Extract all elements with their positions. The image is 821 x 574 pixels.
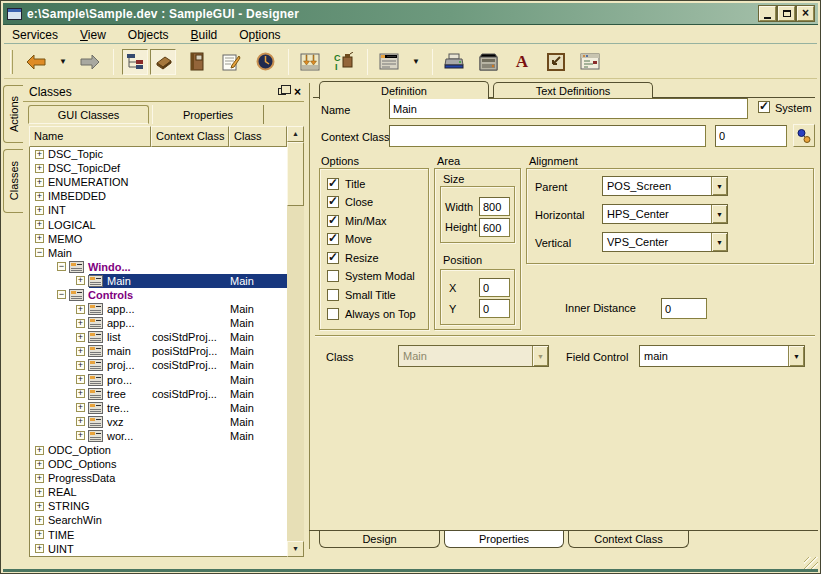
- tree-expander[interactable]: +: [76, 403, 85, 412]
- tab-properties[interactable]: Properties: [152, 105, 264, 124]
- tree-row[interactable]: +app...Main: [30, 302, 287, 316]
- context-count-input[interactable]: [715, 125, 787, 147]
- side-tab-actions[interactable]: Actions: [3, 85, 23, 143]
- tree-expander[interactable]: +: [76, 375, 85, 384]
- tree-row[interactable]: +proj...cosiStdProj...Main: [30, 358, 287, 372]
- tree-expander[interactable]: +: [35, 502, 44, 511]
- resize-checkbox[interactable]: [327, 252, 339, 264]
- tree-expander[interactable]: −: [57, 290, 66, 299]
- eraser-button[interactable]: [150, 49, 176, 75]
- tab-properties-bottom[interactable]: Properties: [444, 531, 564, 548]
- tree-expander[interactable]: +: [35, 544, 44, 553]
- tree-expander[interactable]: +: [35, 446, 44, 455]
- tab-context-class[interactable]: Context Class: [568, 531, 689, 548]
- compile-ci-button[interactable]: C I: [331, 49, 357, 75]
- tree-row[interactable]: +wor...Main: [30, 429, 287, 443]
- tree-row[interactable]: +MEMO: [30, 232, 287, 246]
- option-always-on-top[interactable]: Always on Top: [327, 307, 428, 320]
- column-header-name[interactable]: Name: [29, 126, 151, 147]
- tree-expander[interactable]: +: [35, 150, 44, 159]
- chevron-down-icon[interactable]: ▼: [711, 177, 727, 195]
- y-input[interactable]: [479, 299, 510, 318]
- side-tab-classes[interactable]: Classes: [3, 149, 23, 213]
- tree-expander[interactable]: +: [76, 276, 85, 285]
- always-on-top-checkbox[interactable]: [327, 308, 339, 320]
- minimize-button[interactable]: [759, 6, 776, 21]
- tree-row[interactable]: +DSC_TopicDef: [30, 161, 287, 175]
- tree-row[interactable]: +ODC_Options: [30, 457, 287, 471]
- tree-row[interactable]: +pro...Main: [30, 373, 287, 387]
- tree-row[interactable]: +tre...Main: [30, 401, 287, 415]
- vertical-select[interactable]: VPS_Center▼: [602, 232, 728, 252]
- height-input[interactable]: [479, 218, 510, 237]
- close-button[interactable]: ×: [797, 6, 814, 21]
- tree-expander[interactable]: −: [35, 248, 44, 257]
- tree-expander[interactable]: +: [35, 488, 44, 497]
- window-select-dropdown[interactable]: ▼: [410, 57, 422, 66]
- image-export-button[interactable]: [543, 49, 569, 75]
- tree-row[interactable]: +SearchWin: [30, 513, 287, 527]
- font-button[interactable]: A: [509, 49, 535, 75]
- tree-expander[interactable]: +: [76, 389, 85, 398]
- column-header-class[interactable]: Class: [229, 126, 287, 147]
- menu-build[interactable]: Build: [191, 28, 218, 42]
- tree-expander[interactable]: +: [35, 516, 44, 525]
- scrollbar-thumb[interactable]: [287, 142, 304, 206]
- move-checkbox[interactable]: [327, 233, 339, 245]
- library-button[interactable]: [184, 49, 210, 75]
- tree-row[interactable]: +listcosiStdProj...Main: [30, 330, 287, 344]
- edit-button[interactable]: [218, 49, 244, 75]
- tree-expander[interactable]: +: [35, 178, 44, 187]
- option-move[interactable]: Move: [327, 233, 428, 246]
- tree-row[interactable]: +vxzMain: [30, 415, 287, 429]
- toolbar-grip[interactable]: [10, 50, 13, 74]
- tree-row[interactable]: +ProgressData: [30, 471, 287, 485]
- dialog-preview-button[interactable]: [577, 49, 603, 75]
- scroll-up-button[interactable]: ▲: [287, 126, 304, 142]
- tree-expander[interactable]: +: [35, 192, 44, 201]
- close-checkbox[interactable]: [327, 196, 339, 208]
- tree-expander[interactable]: +: [35, 530, 44, 539]
- tree-row[interactable]: +treecosiStdProj...Main: [30, 387, 287, 401]
- option-minmax[interactable]: Min/Max: [327, 214, 428, 227]
- tree-row[interactable]: +ODC_Option: [30, 443, 287, 457]
- inner-distance-input[interactable]: [661, 298, 707, 319]
- tree-row[interactable]: +IMBEDDED: [30, 189, 287, 203]
- small-title-checkbox[interactable]: [327, 289, 339, 301]
- chevron-down-icon[interactable]: ▼: [711, 233, 727, 251]
- horizontal-select[interactable]: HPS_Center▼: [602, 204, 728, 224]
- menu-view[interactable]: View: [80, 28, 106, 42]
- tab-gui-classes[interactable]: GUI Classes: [28, 105, 149, 124]
- tree-row[interactable]: +ENUMERATION: [30, 175, 287, 189]
- tree-row[interactable]: +INT: [30, 203, 287, 217]
- import-rows-button[interactable]: [297, 49, 323, 75]
- title-checkbox[interactable]: [327, 178, 339, 190]
- scroll-down-button[interactable]: ▼: [287, 541, 304, 557]
- menu-objects[interactable]: Objects: [128, 28, 169, 42]
- tree-expander[interactable]: +: [76, 347, 85, 356]
- chevron-down-icon[interactable]: ▼: [788, 346, 804, 366]
- option-small-title[interactable]: Small Title: [327, 289, 428, 302]
- tab-design[interactable]: Design: [319, 531, 440, 548]
- context-class-input[interactable]: [389, 125, 706, 147]
- tree-row[interactable]: +app...Main: [30, 316, 287, 330]
- close-panel-button[interactable]: ×: [291, 85, 304, 98]
- tree-row[interactable]: +LOGICAL: [30, 217, 287, 231]
- class-hierarchy-button[interactable]: [122, 49, 148, 75]
- option-title[interactable]: Title: [327, 177, 428, 190]
- tree-expander[interactable]: +: [76, 361, 85, 370]
- tree-expander[interactable]: +: [35, 220, 44, 229]
- clock-button[interactable]: [252, 49, 278, 75]
- tree-expander[interactable]: +: [35, 474, 44, 483]
- menu-services[interactable]: Services: [12, 28, 58, 42]
- tree-row[interactable]: +mainposiStdProj...Main: [30, 344, 287, 358]
- float-panel-button[interactable]: [275, 85, 288, 98]
- title-bar[interactable]: e:\Sample\Sample.dev : SampleGUI - Desig…: [3, 3, 818, 25]
- tree-row[interactable]: −Controls: [30, 288, 287, 302]
- tree-row[interactable]: −Windo...: [30, 260, 287, 274]
- print-button[interactable]: [441, 49, 467, 75]
- tab-definition[interactable]: Definition: [319, 81, 489, 99]
- parent-select[interactable]: POS_Screen▼: [602, 176, 728, 196]
- menu-options[interactable]: Options: [239, 28, 280, 42]
- tree-expander[interactable]: +: [35, 460, 44, 469]
